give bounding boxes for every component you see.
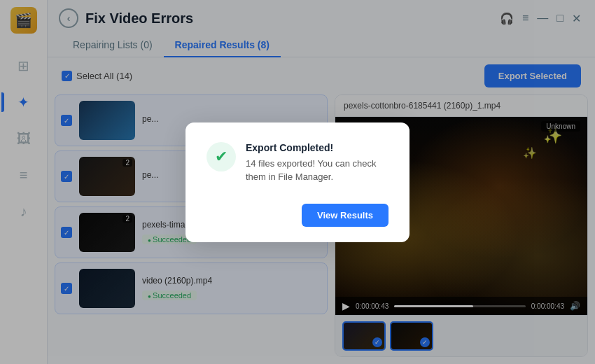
modal-footer: View Results [206,204,388,227]
modal-text-area: Export Completed! 14 files exported! You… [246,142,388,184]
modal-overlay[interactable]: ✔ Export Completed! 14 files exported! Y… [0,0,595,364]
export-completed-modal: ✔ Export Completed! 14 files exported! Y… [186,122,410,242]
modal-header: ✔ Export Completed! 14 files exported! Y… [206,142,388,184]
view-results-button[interactable]: View Results [302,204,388,227]
modal-title: Export Completed! [246,142,388,153]
modal-body: 14 files exported! You can check them in… [246,157,388,184]
success-icon: ✔ [206,142,236,172]
